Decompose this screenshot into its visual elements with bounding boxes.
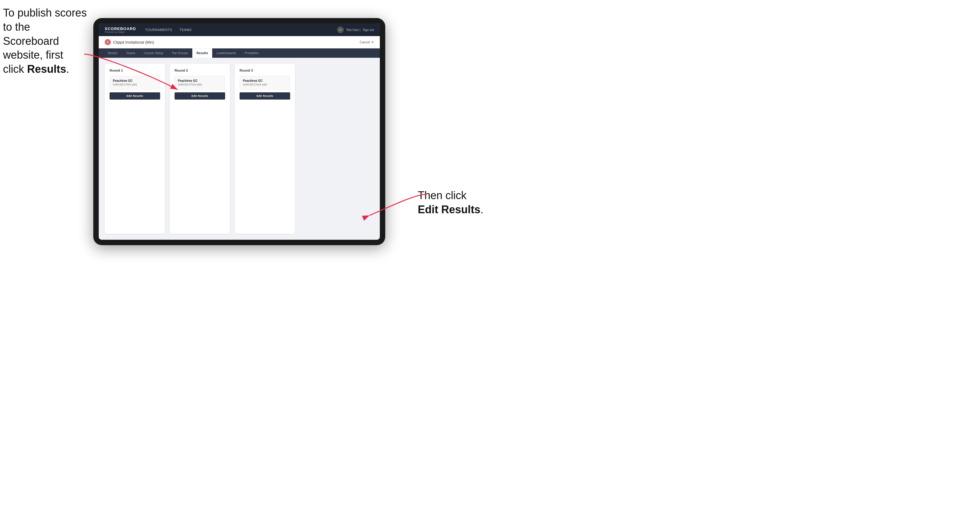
arrow-to-edit-results xyxy=(361,185,433,221)
round-3-course-card: Peachtree GC Gold (M) (7010 yds) xyxy=(240,76,290,89)
edit-results-btn-round-2[interactable]: Edit Results xyxy=(175,92,225,100)
nav-right: U Test User | Sign out xyxy=(337,27,374,33)
round-2-course-card: Peachtree GC Gold (M) (7010 yds) xyxy=(175,76,225,89)
round-2-course-name: Peachtree GC xyxy=(178,79,222,83)
round-2-title: Round 2 xyxy=(175,68,225,72)
logo-sub: Powered by clippd xyxy=(105,31,136,33)
logo-main: SCOREBOARD xyxy=(105,27,136,31)
edit-results-btn-round-3[interactable]: Edit Results xyxy=(240,92,290,100)
cancel-icon: ✕ xyxy=(371,40,374,44)
arrow-to-results xyxy=(66,45,181,96)
round-3-title: Round 3 xyxy=(240,68,290,72)
user-name: Test User | xyxy=(346,28,361,32)
cancel-button[interactable]: Cancel ✕ xyxy=(360,40,374,44)
round-3-course-details: Gold (M) (7010 yds) xyxy=(243,83,287,86)
user-avatar: U xyxy=(337,27,344,33)
sign-out-link[interactable]: Sign out xyxy=(363,28,374,32)
round-3-course-name: Peachtree GC xyxy=(243,79,287,83)
tournament-icon: C xyxy=(105,39,111,45)
tab-leaderboards[interactable]: Leaderboards xyxy=(212,48,240,58)
tournament-name: Clippd Invitational (Min) xyxy=(113,40,154,44)
scoreboard-logo: SCOREBOARD Powered by clippd xyxy=(105,27,136,33)
tournament-title: C Clippd Invitational (Min) xyxy=(105,39,154,45)
nav-teams[interactable]: TEAMS xyxy=(180,27,191,33)
tab-printables[interactable]: Printables xyxy=(240,48,263,58)
nav-tournaments[interactable]: TOURNAMENTS xyxy=(145,27,172,33)
round-3-card: Round 3 Peachtree GC Gold (M) (7010 yds)… xyxy=(235,64,295,234)
tab-results[interactable]: Results xyxy=(192,48,212,58)
round-2-course-details: Gold (M) (7010 yds) xyxy=(178,83,222,86)
top-nav: SCOREBOARD Powered by clippd TOURNAMENTS… xyxy=(99,24,380,36)
nav-links: TOURNAMENTS TEAMS xyxy=(145,27,337,33)
